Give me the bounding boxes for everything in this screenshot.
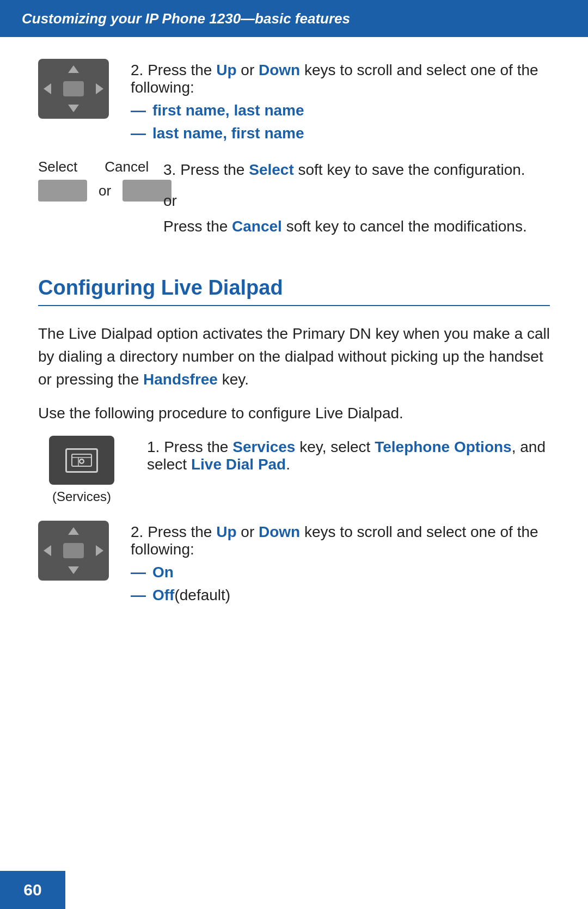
step2-row: 2. Press the Up or Down keys to scroll a…: [38, 59, 550, 142]
step2-content: 2. Press the Up or Down keys to scroll a…: [131, 62, 550, 96]
procedure-text: Use the following procedure to configure…: [38, 402, 550, 425]
option-off: — Off (default): [131, 587, 550, 604]
softkey-labels: Select Cancel: [38, 158, 149, 175]
option-first-name: — first name, last name: [131, 102, 550, 119]
svg-rect-0: [72, 454, 91, 466]
option-last-name: — last name, first name: [131, 125, 550, 142]
nav-key-image: [38, 59, 109, 119]
section2-step1-content: 1. Press the Services key, select Teleph…: [147, 438, 550, 473]
step3-row: Select Cancel or 3. Press the Select sof…: [38, 158, 550, 249]
page-number: 60: [23, 881, 41, 899]
section2-step1-text: 1. Press the Services key, select Teleph…: [147, 436, 550, 473]
section2-intro: The Live Dialpad option activates the Pr…: [38, 322, 550, 391]
nav-key-image-2: [38, 521, 109, 581]
header-title: Customizing your IP Phone 1230—basic fea…: [22, 10, 350, 27]
or-line: or: [163, 192, 550, 210]
select-soft-btn: [38, 180, 87, 202]
step2-text: 2. Press the Up or Down keys to scroll a…: [131, 59, 550, 142]
page-header: Customizing your IP Phone 1230—basic fea…: [0, 0, 588, 37]
section2-step2-row: 2. Press the Up or Down keys to scroll a…: [38, 521, 550, 604]
section2-step2-content: 2. Press the Up or Down keys to scroll a…: [131, 523, 550, 558]
cancel-instruction: Press the Cancel soft key to cancel the …: [163, 215, 550, 238]
step3-text: 3. Press the Select soft key to save the…: [163, 158, 550, 249]
step3-content: 3. Press the Select soft key to save the…: [163, 158, 550, 181]
section2-step1-row: (Services) 1. Press the Services key, se…: [38, 436, 550, 504]
option-on: — On: [131, 564, 550, 581]
softkey-buttons: or: [38, 180, 171, 202]
softkey-image-area: Select Cancel or: [38, 158, 147, 202]
page-footer: 60: [0, 871, 65, 909]
section2-title: Configuring Live Dialpad: [38, 276, 550, 306]
services-icon: [65, 448, 98, 473]
services-key-image: [49, 436, 114, 485]
services-image-col: (Services): [38, 436, 125, 504]
services-label: (Services): [52, 489, 111, 504]
section2-step2-text: 2. Press the Up or Down keys to scroll a…: [131, 521, 550, 604]
